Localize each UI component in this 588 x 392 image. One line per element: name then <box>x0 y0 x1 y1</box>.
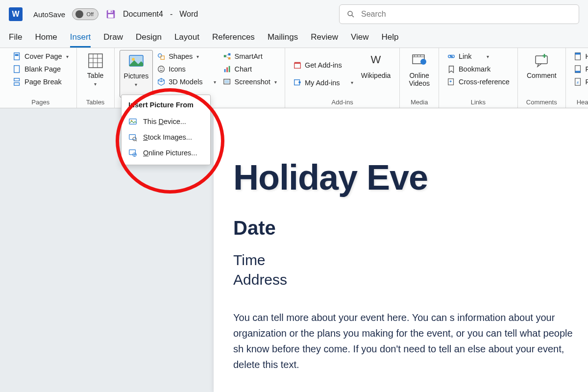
blank-page-button[interactable]: Blank Page <box>10 63 72 75</box>
tab-design[interactable]: Design <box>136 32 162 48</box>
page-number-button[interactable]: # Pag <box>571 75 588 88</box>
device-picture-icon <box>128 117 137 126</box>
wikipedia-icon: W <box>367 52 385 70</box>
svg-rect-24 <box>228 53 230 56</box>
save-icon[interactable] <box>105 9 116 20</box>
shapes-button[interactable]: Shapes▾ <box>154 50 219 63</box>
search-icon <box>346 10 355 19</box>
insert-from-device[interactable]: This Device... <box>122 114 210 129</box>
search-input[interactable]: Search <box>339 4 579 24</box>
tab-references[interactable]: References <box>212 32 255 48</box>
doc-body-text[interactable]: You can tell more about your event here.… <box>233 310 576 372</box>
footer-button[interactable]: Foo <box>571 63 588 75</box>
link-button[interactable]: Link ▾ <box>444 50 513 63</box>
svg-rect-9 <box>14 78 20 81</box>
doc-address[interactable]: Address <box>233 271 588 288</box>
titlebar-sep: - <box>170 10 172 19</box>
search-placeholder: Search <box>361 10 386 19</box>
document-page[interactable]: Holiday Eve Date Time Address You can te… <box>214 108 588 392</box>
insert-stock-images[interactable]: Stock Images... <box>122 129 210 145</box>
bookmark-icon <box>447 65 456 74</box>
group-tables-label: Tables <box>82 98 109 108</box>
pictures-button[interactable]: Pictures ▾ <box>120 50 153 98</box>
cover-page-icon <box>13 52 22 61</box>
table-icon <box>87 52 104 70</box>
tab-help[interactable]: Help <box>382 32 399 48</box>
tab-mailings[interactable]: Mailings <box>268 32 298 48</box>
svg-rect-23 <box>223 55 226 57</box>
svg-point-22 <box>162 68 163 69</box>
svg-point-39 <box>420 59 426 65</box>
shapes-icon <box>157 52 166 61</box>
doc-title[interactable]: Holiday Eve <box>233 157 588 197</box>
comment-icon <box>533 52 550 70</box>
link-icon <box>447 52 456 61</box>
screenshot-icon <box>223 77 232 86</box>
autosave-toggle[interactable]: Off <box>72 8 98 20</box>
app-name: Word <box>179 10 198 19</box>
doc-date-heading[interactable]: Date <box>233 217 588 239</box>
svg-point-18 <box>158 54 162 57</box>
svg-rect-7 <box>15 54 19 56</box>
cover-page-button[interactable]: Cover Page▾ <box>10 50 72 63</box>
video-icon <box>411 52 428 70</box>
dropdown-header: Insert Picture From <box>122 100 210 114</box>
svg-rect-45 <box>575 53 580 55</box>
smartart-icon <box>223 52 232 61</box>
tab-home[interactable]: Home <box>35 32 57 48</box>
get-addins-button[interactable]: Get Add-ins <box>290 59 356 72</box>
cross-reference-button[interactable]: Cross-reference <box>444 75 513 88</box>
doc-time[interactable]: Time <box>233 252 588 269</box>
chart-button[interactable]: Chart <box>220 63 280 75</box>
svg-rect-25 <box>228 57 230 60</box>
document-name: Document4 <box>123 10 163 19</box>
wikipedia-button[interactable]: W Wikipedia <box>357 50 395 98</box>
table-button[interactable]: Table ▾ <box>82 50 109 98</box>
blank-page-icon <box>13 65 22 74</box>
group-addins-label: Add-ins <box>290 98 395 108</box>
online-videos-button[interactable]: Online Videos <box>405 50 434 98</box>
tab-file[interactable]: File <box>9 32 22 48</box>
stock-images-icon <box>128 133 137 142</box>
bookmark-button[interactable]: Bookmark <box>444 63 513 75</box>
tab-draw[interactable]: Draw <box>103 32 123 48</box>
svg-rect-2 <box>108 14 114 18</box>
svg-text:W: W <box>371 53 381 66</box>
svg-line-5 <box>352 15 354 17</box>
icons-icon <box>157 65 166 74</box>
autosave-label: AutoSave <box>33 10 65 19</box>
tab-review[interactable]: Review <box>311 32 338 48</box>
svg-line-27 <box>226 56 228 58</box>
store-icon <box>293 61 302 70</box>
svg-text:#: # <box>577 80 579 85</box>
tab-insert[interactable]: Insert <box>70 32 91 48</box>
svg-rect-32 <box>224 80 229 83</box>
page-break-button[interactable]: Page Break <box>10 75 72 88</box>
svg-rect-29 <box>226 67 228 72</box>
insert-online-pictures[interactable]: Online Pictures... <box>122 145 210 161</box>
header-button[interactable]: Hea <box>571 50 588 63</box>
pictures-dropdown: Insert Picture From This Device... Stock… <box>121 95 211 165</box>
my-addins-button[interactable]: My Add-ins ▾ <box>290 76 356 89</box>
screenshot-button[interactable]: Screenshot▾ <box>220 75 280 88</box>
svg-point-17 <box>132 58 135 61</box>
toggle-state: Off <box>87 11 94 17</box>
crossref-icon <box>447 77 456 86</box>
group-media-label: Media <box>405 98 434 108</box>
group-links-label: Links <box>444 98 513 108</box>
3d-models-button[interactable]: 3D Models ▾ <box>154 75 219 88</box>
header-icon <box>574 52 583 61</box>
pictures-icon <box>127 52 145 70</box>
ribbon-tabs: File Home Insert Draw Design Layout Refe… <box>0 28 588 48</box>
group-pages-label: Pages <box>10 98 72 108</box>
icons-button[interactable]: Icons <box>154 63 219 75</box>
tab-view[interactable]: View <box>351 32 369 48</box>
footer-icon <box>574 65 583 74</box>
svg-rect-30 <box>228 66 230 73</box>
pagenum-icon: # <box>574 77 583 86</box>
svg-point-4 <box>348 11 352 16</box>
tab-layout[interactable]: Layout <box>174 32 199 48</box>
svg-rect-28 <box>224 69 225 72</box>
smartart-button[interactable]: SmartArt <box>220 50 280 63</box>
comment-button[interactable]: Comment <box>523 50 561 98</box>
